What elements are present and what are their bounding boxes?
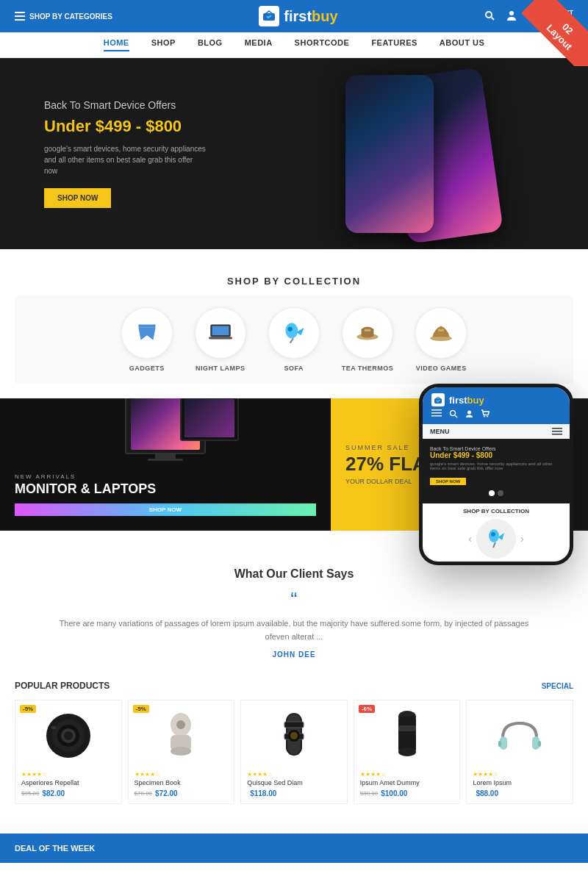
monitor-illustration bbox=[15, 398, 316, 461]
nav-about-us[interactable]: ABOUT US bbox=[440, 38, 484, 51]
tea-thermos-label: TEA THERMOS bbox=[342, 365, 394, 372]
mp-logo: firstbuy bbox=[431, 393, 561, 406]
camera-lens-icon bbox=[276, 710, 312, 761]
promo-shop-now-button[interactable]: SHOP NOW bbox=[15, 503, 316, 516]
product-stars-0: ★★★★☆ bbox=[21, 771, 115, 778]
sofa-icon bbox=[279, 318, 309, 348]
svg-rect-60 bbox=[284, 722, 304, 728]
mp-dots bbox=[430, 490, 562, 496]
smart-speaker-icon bbox=[161, 711, 201, 760]
product-card-0[interactable]: -5% ★★★★☆ Asperiores Repellat $95.00 $82… bbox=[15, 700, 122, 804]
mp-hero-shop-now-button[interactable]: SHOP NOW bbox=[430, 478, 466, 485]
product-card-2[interactable]: ★★★★☆ Quisque Sed Diam $118.00 bbox=[240, 700, 348, 804]
nav-blog[interactable]: BLOG bbox=[198, 38, 223, 51]
product-card-1[interactable]: -5% ★★★★☆ Specimen Book $78.00 $72.00 bbox=[128, 700, 235, 804]
svg-rect-42 bbox=[552, 428, 562, 429]
layout-badge: 02 Layout bbox=[522, 0, 588, 66]
product-price-1: $78.00 $72.00 bbox=[135, 789, 229, 797]
collection-item-night-lamps[interactable]: NIGHT LAMPS bbox=[195, 307, 246, 372]
svg-point-6 bbox=[509, 11, 514, 15]
mp-menu-icon bbox=[431, 409, 442, 417]
collection-item-sofa[interactable]: SOFA bbox=[268, 307, 320, 372]
svg-rect-44 bbox=[552, 434, 562, 435]
svg-rect-34 bbox=[431, 409, 442, 411]
product-name-0: Asperiores Repellat bbox=[21, 779, 115, 786]
mp-menu-bar: MENU bbox=[423, 424, 570, 439]
collection-item-video-games[interactable]: VIDEO GAMES bbox=[415, 307, 467, 372]
svg-rect-70 bbox=[498, 741, 501, 747]
svg-rect-65 bbox=[398, 717, 416, 752]
product-name-3: Ipsum Amet Dummy bbox=[360, 779, 454, 786]
svg-rect-9 bbox=[138, 324, 155, 327]
mp-hamburger-icon bbox=[552, 428, 562, 435]
svg-point-41 bbox=[487, 416, 488, 417]
shop-by-categories-button[interactable]: SHOP BY CATEGORIES bbox=[15, 12, 112, 21]
mp-collection-nav: ‹ › bbox=[426, 519, 567, 559]
tall-speaker-icon bbox=[391, 709, 423, 762]
svg-line-47 bbox=[493, 542, 495, 548]
product-stars-1: ★★★★☆ bbox=[135, 771, 229, 778]
svg-rect-1 bbox=[15, 15, 25, 17]
menu-icon bbox=[15, 12, 25, 21]
collection-grid: GADGETS NIGHT LAMPS bbox=[26, 307, 562, 372]
collection-item-gadgets[interactable]: GADGETS bbox=[121, 307, 173, 372]
nav-media[interactable]: MEDIA bbox=[245, 38, 273, 51]
gadgets-icon bbox=[132, 318, 162, 348]
night-lamps-label: NIGHT LAMPS bbox=[196, 365, 245, 372]
mobile-preview: firstbuy MENU Back To Smart Device Offer… bbox=[419, 384, 573, 565]
quote-icon: “ bbox=[59, 588, 529, 612]
product-image-1 bbox=[135, 706, 229, 765]
nav-features[interactable]: FEATURES bbox=[371, 38, 417, 51]
svg-point-46 bbox=[491, 532, 495, 537]
headphones-icon bbox=[495, 711, 544, 760]
promo-monitor-banner: NEW ARRIVALS MONITOR & LAPTOPS SHOP NOW bbox=[0, 398, 331, 531]
mp-next-button[interactable]: › bbox=[520, 533, 524, 545]
mp-prev-button[interactable]: ‹ bbox=[468, 533, 472, 545]
collection-item-tea-thermos[interactable]: TEA THERMOS bbox=[342, 307, 394, 372]
testimonial-author: JOHN DEE bbox=[59, 650, 529, 659]
search-button[interactable] bbox=[484, 10, 495, 22]
product-badge-0: -5% bbox=[20, 705, 36, 713]
collection-circle-video-games bbox=[415, 307, 467, 359]
svg-point-66 bbox=[398, 747, 416, 756]
video-games-icon bbox=[426, 318, 456, 348]
mp-action-icons bbox=[431, 409, 561, 418]
svg-point-52 bbox=[64, 731, 73, 740]
shop-by-categories-label: SHOP BY CATEGORIES bbox=[29, 12, 112, 21]
product-stars-4: ★★★★☆ bbox=[473, 771, 567, 778]
svg-point-56 bbox=[171, 747, 191, 756]
mp-hairdryer-icon bbox=[485, 526, 507, 552]
sofa-label: SOFA bbox=[284, 365, 304, 372]
product-name-2: Quisque Sed Diam bbox=[247, 779, 341, 786]
product-image-4 bbox=[473, 706, 567, 765]
svg-rect-71 bbox=[538, 741, 541, 747]
nav-shortcode[interactable]: SHORTCODE bbox=[295, 38, 350, 51]
gadgets-label: GADGETS bbox=[129, 365, 165, 372]
search-icon bbox=[484, 10, 495, 21]
shop-by-collection-section: SHOP BY COLLECTION GADGETS bbox=[0, 276, 588, 384]
collection-circle-tea-thermos bbox=[342, 307, 393, 359]
popular-products-title: POPULAR PRODUCTS bbox=[15, 681, 110, 691]
nav-home[interactable]: HOME bbox=[104, 38, 129, 51]
logo-text: firstbuy bbox=[284, 8, 337, 25]
product-price-0: $95.00 $82.00 bbox=[21, 789, 115, 797]
product-card-4[interactable]: ★★★★☆ Lorem Ipsum $88.00 bbox=[466, 700, 573, 804]
product-price-2: $118.00 bbox=[247, 789, 341, 797]
mp-hero: Back To Smart Device Offers Under $499 -… bbox=[423, 439, 570, 503]
svg-rect-67 bbox=[398, 725, 416, 731]
hero-product-image bbox=[323, 69, 514, 245]
svg-rect-11 bbox=[212, 326, 229, 336]
nav-shop[interactable]: SHOP bbox=[151, 38, 176, 51]
svg-line-15 bbox=[290, 338, 293, 343]
products-grid: -5% ★★★★☆ Asperiores Repellat $95.00 $82… bbox=[15, 700, 573, 804]
product-card-3[interactable]: -6% ★★★★☆ Ipsum Amet Dummy $80.00 $100.0… bbox=[354, 700, 461, 804]
logo[interactable]: firstbuy bbox=[259, 6, 337, 26]
mp-user-icon bbox=[465, 409, 473, 418]
hero-shop-now-button[interactable]: SHOP NOW bbox=[44, 188, 111, 208]
svg-point-57 bbox=[176, 720, 185, 729]
new-arrivals-label: NEW ARRIVALS bbox=[15, 468, 316, 481]
account-button[interactable] bbox=[506, 10, 517, 22]
svg-point-63 bbox=[290, 732, 298, 739]
collection-section-title: SHOP BY COLLECTION bbox=[0, 276, 588, 287]
logo-area: firstbuy bbox=[259, 6, 337, 26]
